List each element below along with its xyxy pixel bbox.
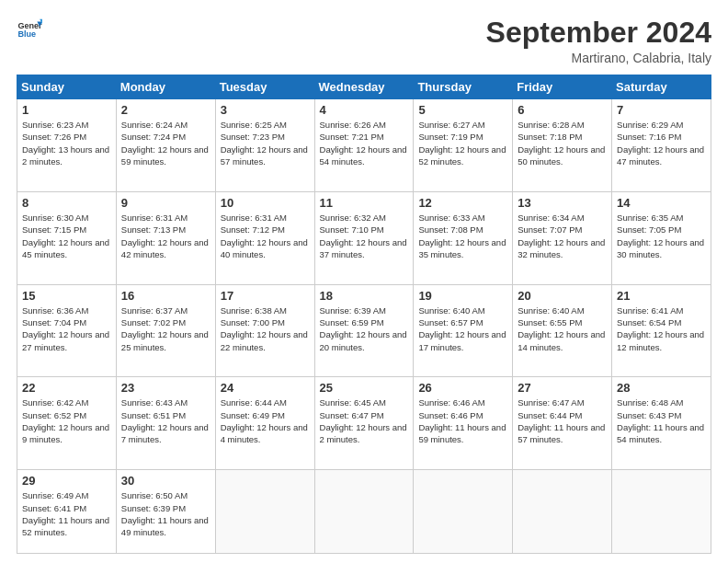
day-number: 23: [121, 381, 210, 395]
day-detail: Sunrise: 6:49 AMSunset: 6:41 PMDaylight:…: [22, 489, 111, 538]
col-thursday: Thursday: [414, 75, 513, 99]
table-row: 7Sunrise: 6:29 AMSunset: 7:16 PMDaylight…: [612, 99, 711, 192]
day-number: 13: [518, 196, 607, 210]
day-number: 4: [320, 103, 409, 117]
day-number: 26: [418, 381, 507, 395]
day-detail: Sunrise: 6:31 AMSunset: 7:13 PMDaylight:…: [121, 212, 210, 260]
table-row: 4Sunrise: 6:26 AMSunset: 7:21 PMDaylight…: [314, 99, 414, 192]
table-row: 29Sunrise: 6:49 AMSunset: 6:41 PMDayligh…: [17, 470, 117, 554]
day-number: 11: [320, 196, 409, 210]
day-detail: Sunrise: 6:47 AMSunset: 6:44 PMDaylight:…: [518, 396, 607, 445]
table-row: 9Sunrise: 6:31 AMSunset: 7:13 PMDaylight…: [116, 191, 215, 284]
table-row: 12Sunrise: 6:33 AMSunset: 7:08 PMDayligh…: [414, 191, 513, 284]
day-detail: Sunrise: 6:39 AMSunset: 6:59 PMDaylight:…: [320, 304, 409, 353]
table-row: 21Sunrise: 6:41 AMSunset: 6:54 PMDayligh…: [612, 284, 711, 377]
col-wednesday: Wednesday: [314, 75, 414, 99]
header: General Blue September 2024 Martirano, C…: [17, 17, 711, 65]
day-number: 25: [320, 381, 409, 395]
day-detail: Sunrise: 6:25 AMSunset: 7:23 PMDaylight:…: [221, 119, 310, 167]
day-number: 17: [221, 289, 310, 303]
day-detail: Sunrise: 6:40 AMSunset: 6:55 PMDaylight:…: [518, 304, 607, 353]
table-row: [513, 470, 612, 554]
day-number: 30: [121, 474, 210, 488]
day-detail: Sunrise: 6:35 AMSunset: 7:05 PMDaylight:…: [617, 212, 706, 260]
location: Martirano, Calabria, Italy: [486, 51, 711, 65]
table-row: 24Sunrise: 6:44 AMSunset: 6:49 PMDayligh…: [215, 377, 314, 470]
table-row: 28Sunrise: 6:48 AMSunset: 6:43 PMDayligh…: [612, 377, 711, 470]
logo: General Blue: [17, 17, 42, 42]
day-detail: Sunrise: 6:28 AMSunset: 7:18 PMDaylight:…: [518, 119, 607, 167]
table-row: 3Sunrise: 6:25 AMSunset: 7:23 PMDaylight…: [215, 99, 314, 192]
day-detail: Sunrise: 6:26 AMSunset: 7:21 PMDaylight:…: [320, 119, 409, 167]
day-detail: Sunrise: 6:43 AMSunset: 6:51 PMDaylight:…: [121, 396, 210, 445]
table-row: 23Sunrise: 6:43 AMSunset: 6:51 PMDayligh…: [116, 377, 215, 470]
day-number: 15: [22, 289, 111, 303]
day-number: 1: [22, 103, 111, 117]
day-detail: Sunrise: 6:30 AMSunset: 7:15 PMDaylight:…: [22, 212, 111, 260]
day-detail: Sunrise: 6:36 AMSunset: 7:04 PMDaylight:…: [22, 304, 111, 353]
calendar: Sunday Monday Tuesday Wednesday Thursday…: [17, 75, 711, 554]
day-detail: Sunrise: 6:24 AMSunset: 7:24 PMDaylight:…: [121, 119, 210, 167]
day-detail: Sunrise: 6:48 AMSunset: 6:43 PMDaylight:…: [617, 396, 706, 445]
table-row: 10Sunrise: 6:31 AMSunset: 7:12 PMDayligh…: [215, 191, 314, 284]
svg-text:Blue: Blue: [17, 29, 36, 39]
day-number: 28: [617, 381, 706, 395]
day-detail: Sunrise: 6:33 AMSunset: 7:08 PMDaylight:…: [418, 212, 507, 260]
table-row: [215, 470, 314, 554]
day-number: 22: [22, 381, 111, 395]
table-row: 30Sunrise: 6:50 AMSunset: 6:39 PMDayligh…: [116, 470, 215, 554]
day-number: 6: [518, 103, 607, 117]
table-row: 6Sunrise: 6:28 AMSunset: 7:18 PMDaylight…: [513, 99, 612, 192]
table-row: 15Sunrise: 6:36 AMSunset: 7:04 PMDayligh…: [17, 284, 117, 377]
day-detail: Sunrise: 6:37 AMSunset: 7:02 PMDaylight:…: [121, 304, 210, 353]
day-number: 20: [518, 289, 607, 303]
day-detail: Sunrise: 6:45 AMSunset: 6:47 PMDaylight:…: [320, 396, 409, 445]
table-row: 5Sunrise: 6:27 AMSunset: 7:19 PMDaylight…: [414, 99, 513, 192]
day-number: 3: [221, 103, 310, 117]
col-sunday: Sunday: [17, 75, 117, 99]
table-row: [314, 470, 414, 554]
title-block: September 2024 Martirano, Calabria, Ital…: [486, 17, 711, 65]
table-row: 22Sunrise: 6:42 AMSunset: 6:52 PMDayligh…: [17, 377, 117, 470]
day-number: 5: [418, 103, 507, 117]
table-row: 1Sunrise: 6:23 AMSunset: 7:26 PMDaylight…: [17, 99, 117, 192]
day-number: 19: [418, 289, 507, 303]
day-detail: Sunrise: 6:31 AMSunset: 7:12 PMDaylight:…: [221, 212, 310, 260]
day-number: 27: [518, 381, 607, 395]
day-number: 29: [22, 474, 111, 488]
day-detail: Sunrise: 6:40 AMSunset: 6:57 PMDaylight:…: [418, 304, 507, 353]
col-saturday: Saturday: [612, 75, 711, 99]
table-row: 19Sunrise: 6:40 AMSunset: 6:57 PMDayligh…: [414, 284, 513, 377]
day-detail: Sunrise: 6:41 AMSunset: 6:54 PMDaylight:…: [617, 304, 706, 353]
day-number: 2: [121, 103, 210, 117]
day-number: 21: [617, 289, 706, 303]
day-number: 14: [617, 196, 706, 210]
table-row: 18Sunrise: 6:39 AMSunset: 6:59 PMDayligh…: [314, 284, 414, 377]
month-title: September 2024: [486, 17, 711, 49]
day-detail: Sunrise: 6:27 AMSunset: 7:19 PMDaylight:…: [418, 119, 507, 167]
logo-icon: General Blue: [17, 17, 42, 42]
day-detail: Sunrise: 6:32 AMSunset: 7:10 PMDaylight:…: [320, 212, 409, 260]
table-row: 8Sunrise: 6:30 AMSunset: 7:15 PMDaylight…: [17, 191, 117, 284]
table-row: 17Sunrise: 6:38 AMSunset: 7:00 PMDayligh…: [215, 284, 314, 377]
day-number: 16: [121, 289, 210, 303]
day-number: 12: [418, 196, 507, 210]
col-monday: Monday: [116, 75, 215, 99]
day-number: 9: [121, 196, 210, 210]
calendar-header-row: Sunday Monday Tuesday Wednesday Thursday…: [17, 75, 711, 99]
table-row: 27Sunrise: 6:47 AMSunset: 6:44 PMDayligh…: [513, 377, 612, 470]
table-row: 14Sunrise: 6:35 AMSunset: 7:05 PMDayligh…: [612, 191, 711, 284]
table-row: 16Sunrise: 6:37 AMSunset: 7:02 PMDayligh…: [116, 284, 215, 377]
col-friday: Friday: [513, 75, 612, 99]
day-detail: Sunrise: 6:42 AMSunset: 6:52 PMDaylight:…: [22, 396, 111, 445]
day-number: 10: [221, 196, 310, 210]
day-number: 7: [617, 103, 706, 117]
table-row: [414, 470, 513, 554]
table-row: 13Sunrise: 6:34 AMSunset: 7:07 PMDayligh…: [513, 191, 612, 284]
day-number: 24: [221, 381, 310, 395]
col-tuesday: Tuesday: [215, 75, 314, 99]
table-row: 26Sunrise: 6:46 AMSunset: 6:46 PMDayligh…: [414, 377, 513, 470]
day-detail: Sunrise: 6:38 AMSunset: 7:00 PMDaylight:…: [221, 304, 310, 353]
day-detail: Sunrise: 6:34 AMSunset: 7:07 PMDaylight:…: [518, 212, 607, 260]
table-row: 11Sunrise: 6:32 AMSunset: 7:10 PMDayligh…: [314, 191, 414, 284]
